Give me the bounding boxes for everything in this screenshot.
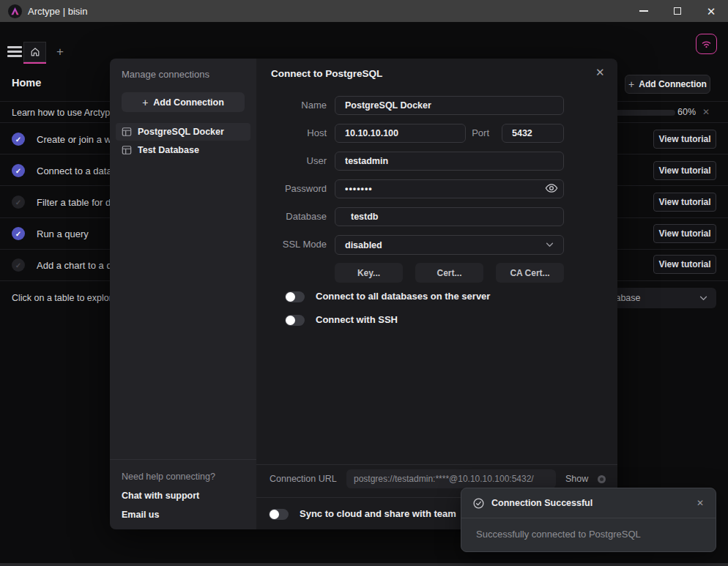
- titlebar: Arctype | bisin ✕: [0, 0, 728, 22]
- checklist-label: Connect to a data: [37, 165, 112, 176]
- connection-item-postgresql-docker[interactable]: PostgreSQL Docker: [116, 123, 250, 141]
- chat-with-support-link[interactable]: Chat with support: [122, 491, 199, 501]
- maximize-button[interactable]: [661, 0, 694, 22]
- checklist-label: Add a chart to a d: [37, 260, 112, 271]
- database-table-icon: [122, 145, 132, 155]
- window-title: Arctype | bisin: [28, 6, 87, 17]
- all-databases-toggle-row: Connect to all databases on the server: [285, 291, 490, 302]
- close-button[interactable]: ✕: [694, 0, 728, 22]
- checklist-row[interactable]: ✓ Run a query: [12, 227, 89, 240]
- checklist-row[interactable]: ✓ Filter a table for d: [12, 196, 111, 209]
- view-tutorial-button[interactable]: View tutorial: [653, 255, 716, 274]
- show-url-toggle[interactable]: [598, 475, 606, 483]
- toast-body: Successfully connected to PostgreSQL: [461, 518, 716, 540]
- check-icon: ✓: [12, 164, 25, 177]
- user-input[interactable]: [335, 152, 564, 171]
- maximize-icon: [674, 7, 681, 15]
- divider: [110, 459, 256, 460]
- plus-icon: +: [628, 78, 634, 90]
- home-icon: [30, 47, 40, 57]
- connection-url-value: postgres://testadmin:****@10.10.10.100:5…: [346, 469, 556, 488]
- wifi-icon: [701, 40, 712, 49]
- add-connection-label: Add Connection: [153, 97, 224, 108]
- menu-button[interactable]: [7, 46, 22, 57]
- hamburger-icon: [7, 46, 22, 48]
- host-label: Host: [261, 124, 327, 143]
- arctype-logo-icon: [8, 4, 22, 18]
- check-icon: ✓: [12, 133, 25, 146]
- sync-toggle-row: Sync to cloud and share with team: [269, 508, 456, 520]
- minimize-button[interactable]: [627, 0, 661, 22]
- show-password-button[interactable]: [545, 183, 558, 196]
- ssl-mode-value: disabled: [345, 240, 382, 250]
- chevron-down-icon: [699, 296, 707, 301]
- checklist-label: Run a query: [37, 228, 89, 239]
- table-hint: Click on a table to explore: [12, 293, 117, 303]
- dismiss-progress-icon[interactable]: ✕: [702, 107, 710, 117]
- sync-cloud-label: Sync to cloud and share with team: [300, 508, 456, 520]
- window-bottom-edge: [0, 563, 728, 566]
- all-databases-label: Connect to all databases on the server: [316, 291, 490, 302]
- database-label: Database: [261, 207, 327, 226]
- all-databases-toggle[interactable]: [285, 291, 305, 302]
- add-connection-label: Add Connection: [639, 79, 707, 89]
- eye-icon: [545, 183, 558, 193]
- toast-title: Connection Successful: [491, 498, 697, 508]
- plus-icon: +: [142, 97, 148, 108]
- ssl-mode-label: SSL Mode: [261, 235, 327, 254]
- add-connection-button-home[interactable]: + Add Connection: [625, 75, 710, 94]
- tutorial-progress-bar: [609, 110, 675, 116]
- minimize-icon: [639, 10, 648, 12]
- user-label: User: [261, 152, 327, 171]
- ssh-toggle-row: Connect with SSH: [285, 314, 398, 326]
- email-us-link[interactable]: Email us: [122, 510, 159, 520]
- connection-modal: Manage connections + Add Connection Post…: [110, 59, 617, 529]
- database-input[interactable]: [335, 207, 564, 226]
- view-tutorial-button[interactable]: View tutorial: [653, 161, 716, 180]
- progress-percent: 60%: [677, 107, 696, 117]
- view-tutorial-button[interactable]: View tutorial: [653, 224, 716, 243]
- connection-name: Test Database: [138, 145, 199, 155]
- sync-cloud-toggle[interactable]: [269, 509, 289, 520]
- active-tab-indicator: [23, 62, 46, 64]
- help-heading: Need help connecting?: [122, 472, 215, 482]
- key-file-button[interactable]: Key...: [335, 263, 403, 283]
- manage-connections-panel: Manage connections + Add Connection Post…: [110, 59, 256, 529]
- checklist-row[interactable]: ✓ Create or join a w: [12, 133, 111, 146]
- toast-header: Connection Successful ✕: [461, 488, 716, 518]
- name-input[interactable]: [335, 96, 564, 115]
- check-icon: ✓: [12, 196, 25, 209]
- success-check-icon: [473, 498, 484, 509]
- view-tutorial-button[interactable]: View tutorial: [653, 130, 716, 149]
- check-icon: ✓: [12, 227, 25, 240]
- connection-name: PostgreSQL Docker: [138, 127, 224, 137]
- port-input[interactable]: [502, 124, 564, 143]
- cert-file-button[interactable]: Cert...: [415, 263, 483, 283]
- database-table-icon: [122, 127, 132, 137]
- learn-heading: Learn how to use Arctype: [12, 108, 115, 118]
- new-tab-button[interactable]: +: [53, 45, 67, 59]
- ca-cert-file-button[interactable]: CA Cert...: [496, 263, 564, 283]
- close-icon: ✕: [707, 6, 716, 17]
- divider: [256, 464, 617, 465]
- password-input[interactable]: [335, 179, 564, 198]
- port-label: Port: [453, 124, 489, 143]
- name-label: Name: [261, 96, 327, 115]
- checklist-row[interactable]: ✓ Connect to a data: [12, 164, 112, 177]
- connection-status-button[interactable]: [696, 34, 717, 54]
- dialog-close-icon[interactable]: ✕: [595, 66, 605, 79]
- view-tutorial-button[interactable]: View tutorial: [653, 193, 716, 212]
- toast-close-icon[interactable]: ✕: [697, 498, 704, 508]
- ssh-toggle[interactable]: [285, 315, 305, 326]
- connect-dialog: Connect to PostgreSQL ✕ Name Host Port U…: [256, 59, 617, 529]
- ssl-mode-select[interactable]: disabled: [335, 235, 564, 255]
- tab-home[interactable]: [23, 42, 46, 62]
- connection-item-test-database[interactable]: Test Database: [116, 141, 250, 159]
- checklist-label: Filter a table for d: [37, 197, 111, 208]
- dialog-title: Connect to PostgreSQL: [271, 68, 382, 79]
- connection-url-label: Connection URL: [270, 474, 337, 484]
- host-input[interactable]: [335, 124, 466, 143]
- add-connection-button[interactable]: + Add Connection: [122, 92, 245, 112]
- panel-heading: Manage connections: [122, 69, 209, 80]
- checklist-row[interactable]: ✓ Add a chart to a d: [12, 258, 112, 272]
